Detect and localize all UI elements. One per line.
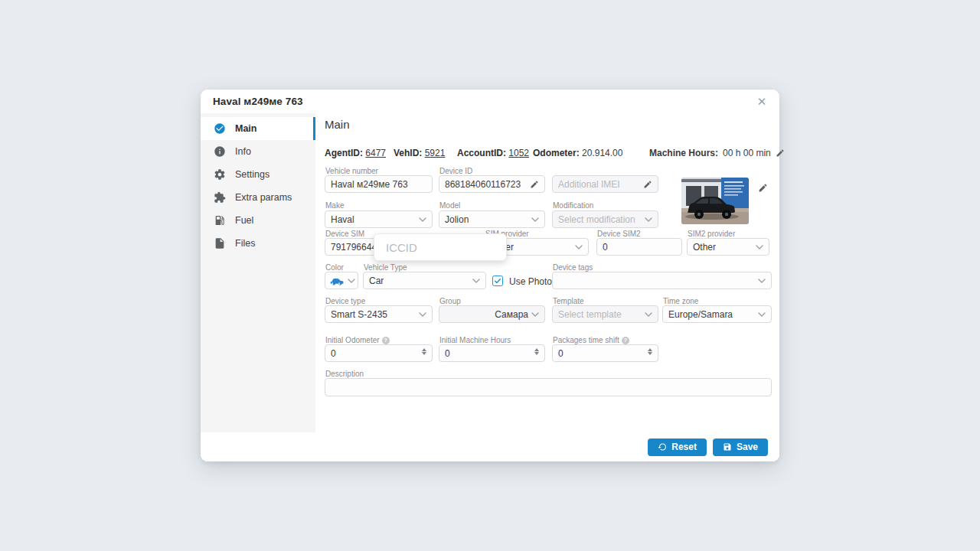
sidebar-item-label: Info: [235, 146, 251, 157]
sidebar-item-files[interactable]: Files: [201, 232, 315, 255]
sidebar-item-label: Fuel: [235, 215, 253, 226]
packages-time-shift-stepper[interactable]: [648, 348, 652, 355]
sim2-provider-label: SIM2 provider: [688, 230, 735, 238]
dialog-header: Haval м249ме 763 ✕: [201, 90, 779, 113]
model-select[interactable]: Jolion: [439, 210, 545, 228]
device-tags-select[interactable]: [552, 272, 772, 289]
iccid-placeholder: ICCID: [386, 241, 417, 254]
vehicle-number-input[interactable]: [331, 179, 426, 190]
account-id-link[interactable]: 1052: [508, 148, 529, 158]
modification-select[interactable]: Select modification: [552, 210, 658, 228]
description-input[interactable]: [331, 382, 766, 393]
dialog-title: Haval м249ме 763: [213, 96, 303, 107]
initial-machine-hours-input-wrap: [439, 344, 545, 362]
template-label: Template: [553, 297, 584, 305]
account-id: AccountID: 1052: [457, 148, 529, 158]
file-icon: [214, 237, 226, 249]
edit-device-id-icon[interactable]: [530, 180, 539, 189]
color-label: Color: [325, 263, 344, 272]
modification-label: Modification: [553, 201, 593, 210]
help-icon[interactable]: ?: [622, 337, 629, 344]
initial-odometer-input-wrap: [325, 344, 433, 362]
chevron-down-icon: [758, 312, 766, 317]
group-label: Group: [439, 297, 461, 305]
sidebar-item-fuel[interactable]: Fuel: [201, 209, 315, 232]
agent-id: AgentID: 6477: [325, 148, 386, 158]
device-sim-label: Device SIM: [325, 230, 364, 238]
check-circle-icon: [214, 122, 226, 135]
sidebar-item-label: Extra params: [235, 192, 292, 203]
device-type-select[interactable]: Smart S-2435: [325, 305, 433, 323]
chevron-down-icon: [531, 217, 539, 222]
reset-icon: [658, 442, 667, 452]
vehicle-photo: [681, 178, 749, 224]
sidebar-item-label: Settings: [235, 169, 270, 180]
initial-odometer-label: Initial Odometer ?: [325, 336, 390, 344]
chevron-down-icon: [419, 217, 426, 222]
sidebar-item-label: Files: [235, 238, 255, 249]
machine-hours: Machine Hours: 00 h 00 min: [649, 148, 785, 158]
vehicle-type-label: Vehicle Type: [364, 263, 407, 272]
main-panel: Main AgentID: 6477 VehID: 5921 AccountID…: [315, 113, 779, 432]
vehicle-number-input-wrap: [325, 175, 433, 193]
color-select[interactable]: [325, 272, 358, 289]
sidebar-item-info[interactable]: Info: [201, 140, 315, 163]
vehicle-type-select[interactable]: Car: [363, 272, 486, 289]
sidebar-item-extra-params[interactable]: Extra params: [201, 186, 315, 209]
description-label: Description: [325, 370, 364, 378]
initial-odometer-input[interactable]: [331, 348, 426, 359]
initial-machine-hours-stepper[interactable]: [534, 348, 539, 355]
device-tags-label: Device tags: [553, 263, 593, 272]
chevron-down-icon: [645, 312, 652, 317]
additional-imei-input-wrap: [552, 175, 658, 193]
packages-time-shift-input-wrap: [552, 344, 658, 362]
device-sim2-input[interactable]: [603, 242, 676, 253]
device-type-label: Device type: [325, 297, 365, 305]
additional-imei-input[interactable]: [558, 179, 643, 190]
page-title: Main: [325, 118, 350, 131]
use-photo-checkbox[interactable]: [492, 276, 503, 286]
sidebar-item-settings[interactable]: Settings: [201, 163, 315, 186]
model-label: Model: [439, 201, 460, 210]
sidebar-item-main[interactable]: Main: [201, 117, 315, 140]
agent-id-link[interactable]: 6477: [365, 148, 386, 158]
sidebar-item-label: Main: [235, 123, 256, 134]
device-sim2-input-wrap: [596, 238, 682, 256]
veh-id: VehID: 5921: [394, 148, 445, 158]
veh-id-link[interactable]: 5921: [425, 148, 446, 158]
time-zone-select[interactable]: Europe/Samara: [662, 305, 772, 323]
edit-machine-hours-icon[interactable]: [776, 148, 785, 158]
chevron-down-icon: [645, 217, 652, 222]
description-input-wrap: [325, 378, 772, 396]
device-id-input-wrap: [439, 175, 545, 193]
gear-icon: [214, 168, 226, 181]
reset-button[interactable]: Reset: [648, 439, 707, 456]
iccid-popup[interactable]: ICCID: [374, 233, 507, 261]
checkmark-icon: [494, 277, 501, 285]
close-icon[interactable]: ✕: [755, 95, 769, 109]
device-id-input[interactable]: [445, 179, 530, 190]
sim2-provider-select[interactable]: Other: [687, 238, 769, 256]
initial-machine-hours-input[interactable]: [445, 348, 539, 359]
edit-photo-icon[interactable]: [758, 183, 768, 193]
device-sim2-label: Device SIM2: [597, 230, 641, 238]
car-color-icon: [329, 276, 345, 285]
chevron-down-icon: [531, 312, 539, 317]
save-icon: [723, 442, 732, 452]
edit-additional-imei-icon[interactable]: [643, 180, 652, 189]
packages-time-shift-input[interactable]: [558, 348, 652, 359]
use-photo-label: Use Photo: [509, 276, 552, 287]
vehicle-number-label: Vehicle number: [325, 167, 378, 175]
initial-odometer-stepper[interactable]: [422, 348, 426, 355]
save-button[interactable]: Save: [713, 439, 768, 456]
device-id-label: Device ID: [439, 167, 472, 175]
template-select[interactable]: Select template: [552, 305, 658, 323]
make-select[interactable]: Haval: [325, 210, 433, 228]
chevron-down-icon: [419, 312, 426, 317]
vehicle-edit-dialog: Haval м249ме 763 ✕ Main Info Settings Ex…: [201, 90, 779, 461]
chevron-down-icon: [758, 279, 766, 283]
group-select[interactable]: Самара: [439, 305, 545, 323]
puzzle-icon: [214, 191, 226, 204]
dialog-footer: Reset Save: [201, 432, 779, 461]
help-icon[interactable]: ?: [382, 337, 390, 344]
